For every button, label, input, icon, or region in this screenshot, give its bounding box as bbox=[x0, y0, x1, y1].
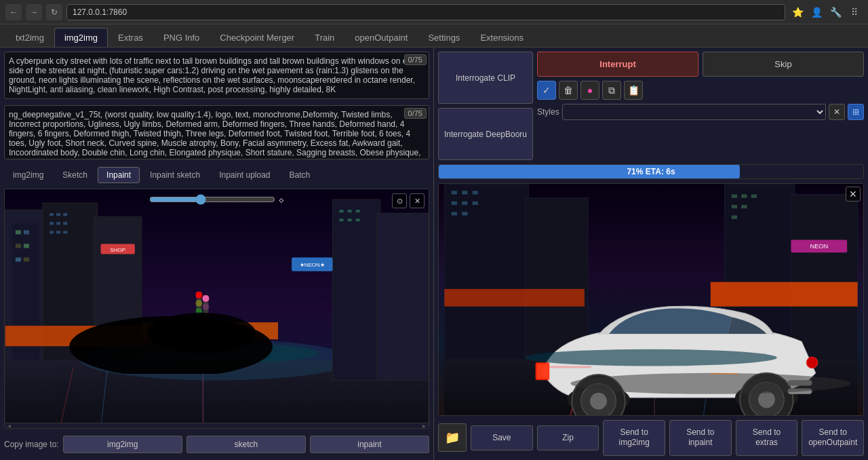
copy-image-row: Copy image to: img2img sketch inpaint bbox=[4, 433, 429, 456]
save-button[interactable]: Save bbox=[471, 425, 533, 451]
magenta-icon-button[interactable]: ● bbox=[580, 81, 599, 100]
positive-prompt-counter: 0/75 bbox=[404, 54, 427, 65]
paste-icon-button[interactable]: 📋 bbox=[624, 81, 643, 100]
send-to-openoutpaint-button[interactable]: Send to openOutpaint bbox=[802, 420, 864, 456]
interrupt-button[interactable]: Interrupt bbox=[537, 52, 698, 77]
svg-rect-50 bbox=[444, 184, 528, 380]
svg-rect-75 bbox=[537, 364, 549, 379]
svg-rect-38 bbox=[340, 210, 344, 212]
progress-bar-fill bbox=[439, 165, 740, 178]
sub-tab-inpaint[interactable]: Inpaint bbox=[98, 167, 140, 183]
tab-settings[interactable]: Settings bbox=[418, 28, 470, 47]
browser-icons: ⭐ 👤 🔧 ⠿ bbox=[789, 4, 863, 20]
sub-tab-sketch[interactable]: Sketch bbox=[54, 167, 96, 183]
svg-rect-65 bbox=[732, 205, 737, 208]
tab-openoutpaint[interactable]: openOutpaint bbox=[344, 28, 418, 47]
svg-rect-17 bbox=[50, 231, 54, 233]
url-bar[interactable] bbox=[66, 4, 785, 20]
svg-rect-7 bbox=[16, 258, 21, 262]
output-image-area: NEON ✕ bbox=[438, 183, 864, 416]
send-to-extras-button[interactable]: Send to extras bbox=[736, 420, 798, 456]
tab-txt2img[interactable]: txt2img bbox=[5, 28, 54, 47]
svg-rect-62 bbox=[732, 194, 737, 197]
svg-point-80 bbox=[590, 393, 607, 410]
tab-extensions[interactable]: Extensions bbox=[470, 28, 534, 47]
brush-size-slider-row: ⬦ bbox=[149, 193, 285, 206]
browser-icon-1[interactable]: ⭐ bbox=[789, 4, 806, 20]
image-close-button[interactable]: ✕ bbox=[410, 193, 425, 208]
styles-apply-button[interactable]: ⊞ bbox=[848, 104, 864, 120]
copy-icon-button[interactable]: ⧉ bbox=[602, 81, 621, 100]
svg-rect-40 bbox=[356, 210, 360, 212]
nav-refresh-button[interactable]: ↻ bbox=[46, 4, 62, 20]
sub-tab-inpaint-upload[interactable]: Inpaint upload bbox=[210, 167, 279, 183]
svg-rect-54 bbox=[452, 191, 457, 194]
apply-styles-icon-button[interactable]: ✓ bbox=[537, 81, 556, 100]
brush-size-icon: ⬦ bbox=[278, 193, 285, 206]
tab-png-info[interactable]: PNG Info bbox=[153, 28, 210, 47]
tab-extras[interactable]: Extras bbox=[108, 28, 153, 47]
svg-rect-60 bbox=[452, 212, 457, 215]
sub-tab-bar: img2img Sketch Inpaint Inpaint sketch In… bbox=[4, 166, 429, 185]
tab-train[interactable]: Train bbox=[304, 28, 344, 47]
svg-rect-69 bbox=[444, 289, 585, 307]
trash-icon-button[interactable]: 🗑 bbox=[559, 81, 578, 100]
open-folder-button[interactable]: 📁 bbox=[438, 423, 467, 452]
sub-tab-inpaint-sketch[interactable]: Inpaint sketch bbox=[141, 167, 209, 183]
negative-prompt-input[interactable]: ng_deepnegative_v1_75t, (worst quality, … bbox=[4, 105, 429, 159]
svg-rect-36 bbox=[332, 199, 380, 381]
svg-rect-42 bbox=[348, 218, 352, 221]
positive-prompt-input[interactable]: A cyberpunk city street with lots of tra… bbox=[4, 52, 429, 99]
action-buttons-row: Interrupt Skip bbox=[537, 52, 864, 77]
image-resize-bar[interactable]: ◂ ▸ bbox=[5, 423, 429, 428]
svg-point-92 bbox=[525, 349, 777, 366]
tab-checkpoint-merger[interactable]: Checkpoint Merger bbox=[210, 28, 304, 47]
output-car-background: NEON bbox=[439, 184, 863, 415]
svg-point-48 bbox=[147, 313, 256, 353]
svg-rect-37 bbox=[377, 213, 428, 380]
positive-prompt-container: A cyberpunk city street with lots of tra… bbox=[4, 52, 429, 101]
send-to-img2img-button[interactable]: Send to img2img bbox=[603, 420, 665, 456]
right-controls-area: Interrupt Skip ✓ 🗑 ● ⧉ 📋 Styles bbox=[537, 52, 864, 160]
interrogate-deepbooru-button[interactable]: Interrogate DeepBooru bbox=[438, 108, 533, 160]
svg-rect-59 bbox=[473, 202, 478, 205]
negative-prompt-container: ng_deepnegative_v1_75t, (worst quality, … bbox=[4, 105, 429, 161]
zip-button[interactable]: Zip bbox=[537, 425, 599, 451]
sub-tab-img2img[interactable]: img2img bbox=[4, 167, 52, 183]
close-output-button[interactable]: ✕ bbox=[846, 187, 861, 202]
sub-tab-batch[interactable]: Batch bbox=[281, 167, 319, 183]
image-toolbar: ⊙ ✕ bbox=[392, 193, 425, 208]
input-image-area[interactable]: SHOP bbox=[4, 189, 429, 429]
svg-text:NEON: NEON bbox=[810, 243, 828, 250]
styles-select[interactable] bbox=[562, 104, 826, 120]
browser-icon-2[interactable]: 👤 bbox=[808, 4, 825, 20]
svg-rect-3 bbox=[16, 230, 21, 234]
browser-icon-4[interactable]: ⠿ bbox=[846, 4, 863, 20]
send-to-inpaint-button[interactable]: Send to inpaint bbox=[669, 420, 732, 456]
tab-img2img[interactable]: img2img bbox=[54, 28, 108, 47]
svg-rect-18 bbox=[56, 231, 60, 233]
svg-rect-15 bbox=[56, 222, 60, 225]
svg-text:★NEON★: ★NEON★ bbox=[300, 262, 325, 268]
svg-rect-61 bbox=[462, 212, 467, 215]
copy-to-img2img-button[interactable]: img2img bbox=[63, 436, 182, 453]
browser-icon-3[interactable]: 🔧 bbox=[827, 4, 844, 20]
interrogate-clip-button[interactable]: Interrogate CLIP bbox=[438, 52, 533, 104]
copy-image-label: Copy image to: bbox=[4, 440, 59, 449]
styles-clear-button[interactable]: ✕ bbox=[829, 104, 845, 120]
progress-bar-container: 71% ETA: 6s bbox=[438, 164, 864, 179]
left-panel: A cyberpunk city street with lots of tra… bbox=[0, 47, 434, 460]
nav-back-button[interactable]: ← bbox=[5, 4, 22, 20]
brush-size-slider[interactable] bbox=[149, 194, 275, 205]
svg-rect-66 bbox=[741, 205, 747, 208]
svg-rect-4 bbox=[24, 230, 29, 234]
nav-forward-button[interactable]: → bbox=[26, 4, 42, 20]
skip-button[interactable]: Skip bbox=[703, 52, 864, 77]
svg-rect-68 bbox=[711, 282, 858, 307]
svg-point-83 bbox=[758, 391, 775, 408]
copy-to-inpaint-button[interactable]: inpaint bbox=[310, 436, 429, 453]
svg-rect-5 bbox=[16, 244, 21, 248]
copy-to-sketch-button[interactable]: sketch bbox=[186, 436, 306, 453]
svg-text:SHOP: SHOP bbox=[110, 247, 125, 253]
image-zoom-button[interactable]: ⊙ bbox=[392, 193, 407, 208]
